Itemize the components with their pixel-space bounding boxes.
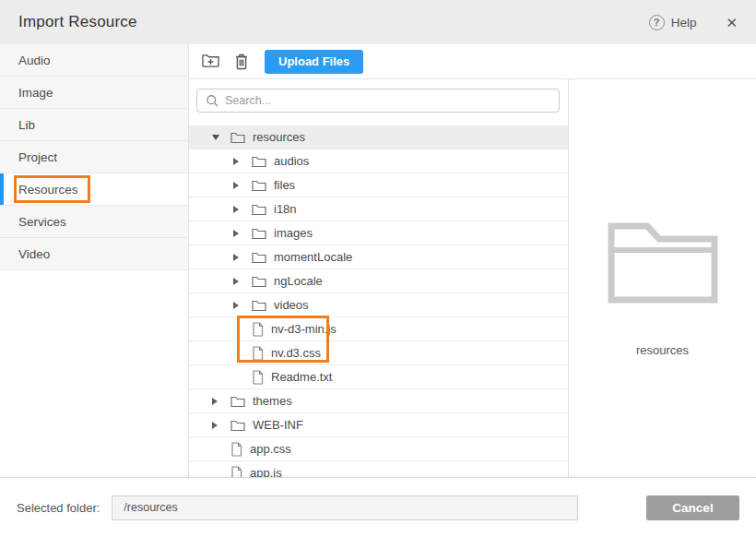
search-container	[189, 79, 568, 125]
tree-item-label: videos	[274, 298, 309, 312]
dialog-title: Import Resource	[18, 13, 137, 31]
tree-item-themes[interactable]: themes	[189, 389, 568, 413]
folder-icon	[252, 275, 266, 288]
tree-item-label: WEB-INF	[253, 418, 303, 432]
trash-icon	[233, 53, 250, 71]
main-area: Upload Files	[189, 44, 756, 477]
file-icon	[230, 466, 242, 478]
close-icon[interactable]: ✕	[726, 16, 738, 30]
tree-toolbar: Upload Files	[189, 44, 756, 79]
sidebar-item-resources[interactable]: Resources	[0, 173, 188, 206]
tree-item-label: app.js	[250, 466, 282, 477]
tree-item-label: ngLocale	[274, 274, 323, 288]
sidebar-item-label: Image	[18, 86, 53, 100]
upload-files-button[interactable]: Upload Files	[265, 50, 363, 74]
tree-item-label: momentLocale	[274, 250, 352, 264]
selected-folder-input[interactable]	[112, 495, 578, 520]
tree-item-web-inf[interactable]: WEB-INF	[189, 413, 568, 437]
import-resource-dialog: Import Resource ? Help ✕ Audio Image Lib…	[0, 0, 756, 537]
dialog-header: Import Resource ? Help ✕	[0, 0, 756, 44]
cancel-button[interactable]: Cancel	[646, 495, 739, 520]
folder-icon	[252, 203, 266, 216]
caret-right-icon[interactable]	[233, 182, 252, 189]
sidebar-item-services[interactable]: Services	[0, 206, 188, 238]
file-tree-panel: resources audios files	[189, 79, 569, 477]
caret-right-icon[interactable]	[233, 302, 252, 309]
tree-item-label: files	[274, 178, 295, 192]
folder-icon	[230, 419, 245, 432]
big-folder-icon	[607, 216, 719, 304]
delete-button[interactable]	[231, 52, 252, 72]
add-folder-button[interactable]	[201, 52, 221, 72]
folder-icon	[252, 251, 266, 264]
file-icon	[252, 346, 264, 361]
caret-right-icon[interactable]	[233, 254, 252, 261]
help-button[interactable]: ? Help	[649, 15, 697, 30]
tree-item-app-js[interactable]: app.js	[189, 461, 568, 477]
tree-item-i18n[interactable]: i18n	[189, 197, 568, 221]
caret-right-icon[interactable]	[233, 230, 252, 237]
tree-item-files[interactable]: files	[189, 173, 568, 197]
caret-down-icon[interactable]	[212, 135, 230, 140]
sidebar-item-label: Resources	[18, 183, 78, 197]
tree-item-label: resources	[253, 130, 305, 144]
tree-item-app-css[interactable]: app.css	[189, 437, 568, 461]
folder-preview-panel: resources	[569, 79, 756, 477]
caret-right-icon[interactable]	[212, 398, 230, 405]
sidebar-item-video[interactable]: Video	[0, 238, 188, 270]
tree-item-resources[interactable]: resources	[189, 125, 568, 149]
folder-icon	[252, 299, 266, 312]
caret-right-icon[interactable]	[212, 422, 230, 429]
tree-item-nv-d3-css[interactable]: nv.d3.css	[189, 341, 568, 365]
caret-right-icon[interactable]	[233, 206, 252, 213]
file-tree: resources audios files	[189, 125, 568, 477]
search-icon	[206, 94, 219, 108]
tree-item-label: i18n	[274, 202, 297, 216]
sidebar-item-label: Services	[18, 215, 66, 229]
preview-folder-name: resources	[636, 343, 689, 357]
help-label: Help	[671, 16, 697, 30]
caret-right-icon[interactable]	[233, 278, 252, 285]
sidebar-item-project[interactable]: Project	[0, 141, 188, 173]
tree-item-nv-d3-min-js[interactable]: nv-d3-min.js	[189, 317, 568, 341]
tree-item-images[interactable]: images	[189, 221, 568, 245]
category-sidebar: Audio Image Lib Project Resources Servic…	[0, 44, 189, 477]
sidebar-item-label: Project	[18, 150, 57, 164]
folder-icon	[252, 179, 266, 192]
folder-icon	[252, 155, 266, 168]
tree-item-momentlocale[interactable]: momentLocale	[189, 245, 568, 269]
dialog-footer: Selected folder: Cancel	[0, 477, 756, 537]
tree-item-label: nv.d3.css	[271, 346, 321, 360]
search-input[interactable]	[196, 89, 560, 113]
tree-item-videos[interactable]: videos	[189, 293, 568, 317]
tree-item-label: audios	[274, 154, 309, 168]
folder-icon	[230, 131, 245, 144]
add-folder-icon	[202, 54, 221, 70]
tree-item-nglocale[interactable]: ngLocale	[189, 269, 568, 293]
selected-folder-label: Selected folder:	[17, 501, 100, 515]
file-icon	[252, 322, 264, 337]
tree-item-readme-txt[interactable]: Readme.txt	[189, 365, 568, 389]
sidebar-item-lib[interactable]: Lib	[0, 109, 188, 141]
selected-indicator-bar	[0, 173, 4, 205]
file-icon	[230, 442, 242, 457]
file-icon	[252, 370, 264, 385]
sidebar-item-label: Audio	[18, 54, 51, 67]
help-icon: ?	[649, 15, 665, 30]
tree-item-label: app.css	[250, 442, 291, 456]
tree-item-label: images	[274, 226, 313, 240]
caret-right-icon[interactable]	[233, 158, 252, 165]
folder-icon	[252, 227, 266, 240]
tree-item-label: nv-d3-min.js	[271, 322, 337, 336]
sidebar-item-label: Lib	[18, 118, 35, 132]
folder-icon	[230, 395, 245, 408]
dialog-body: Audio Image Lib Project Resources Servic…	[0, 44, 756, 477]
sidebar-item-label: Video	[18, 247, 50, 261]
content-area: resources audios files	[189, 79, 756, 477]
sidebar-item-image[interactable]: Image	[0, 77, 188, 109]
tree-item-label: Readme.txt	[271, 370, 332, 384]
tree-item-label: themes	[253, 394, 292, 408]
tree-item-audios[interactable]: audios	[189, 149, 568, 173]
sidebar-item-audio[interactable]: Audio	[0, 44, 188, 77]
